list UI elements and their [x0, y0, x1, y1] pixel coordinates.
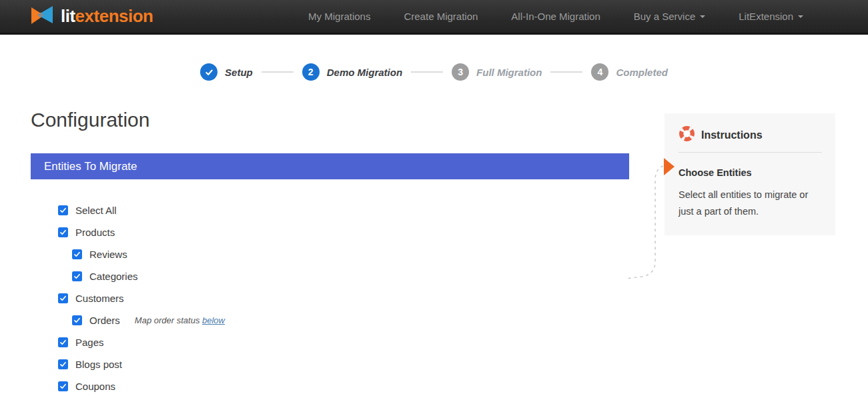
brand-wordmark: litextension: [61, 6, 153, 27]
step-demo-migration: 2 Demo Migration: [302, 63, 402, 81]
order-status-below-link[interactable]: below: [202, 315, 225, 325]
nav-menu: My Migrations Create Migration All-In-On…: [292, 0, 820, 33]
categories-checkbox[interactable]: [72, 271, 82, 281]
entity-label[interactable]: Categories: [89, 271, 138, 282]
instructions-title: Instructions: [701, 129, 763, 141]
pointer-arrow-icon: [664, 158, 675, 175]
entity-label[interactable]: Blogs post: [75, 359, 122, 370]
entity-label[interactable]: Pages: [75, 337, 104, 348]
step-completed: 4 Completed: [591, 63, 668, 81]
customers-checkbox[interactable]: [58, 293, 68, 303]
entity-row-orders: Orders Map order status below: [58, 309, 225, 331]
entity-label[interactable]: Orders: [89, 315, 120, 326]
page: litextension My Migrations Create Migrat…: [0, 0, 868, 414]
entity-label[interactable]: Reviews: [89, 249, 127, 260]
step-label: Full Migration: [476, 67, 542, 78]
step-label: Completed: [616, 67, 668, 78]
step-connector-line: [262, 71, 294, 73]
litextension-logo[interactable]: litextension: [29, 5, 153, 29]
instructions-panel: Instructions Choose Entities Select all …: [665, 113, 835, 235]
page-title: Configuration: [31, 109, 149, 131]
nav-item-buy-a-service[interactable]: Buy a Service: [617, 0, 723, 33]
progress-stepper: Setup 2 Demo Migration 3 Full Migration …: [0, 63, 868, 81]
step-setup: Setup: [200, 63, 253, 81]
select-all-checkbox[interactable]: [58, 205, 68, 215]
check-icon: [59, 295, 67, 302]
entity-row-select-all: Select All: [58, 199, 225, 221]
order-status-note: Map order status below: [135, 315, 225, 325]
entity-label[interactable]: Products: [75, 227, 115, 238]
products-checkbox[interactable]: [58, 227, 68, 237]
step-full-migration: 3 Full Migration: [452, 63, 542, 81]
nav-item-create-migration[interactable]: Create Migration: [387, 0, 494, 33]
entity-row-products: Products: [58, 221, 225, 243]
step-done-circle: [200, 63, 218, 81]
entities-list: Select All Products Reviews Categories C…: [58, 199, 225, 397]
blogs-post-checkbox[interactable]: [58, 359, 68, 369]
entity-row-categories: Categories: [58, 265, 225, 287]
step-label: Demo Migration: [327, 67, 402, 78]
orders-checkbox[interactable]: [72, 315, 82, 325]
instructions-header: Instructions: [679, 125, 822, 145]
entity-label[interactable]: Coupons: [75, 381, 115, 392]
check-icon: [59, 361, 67, 368]
nav-item-litextension[interactable]: LitExtension: [722, 0, 820, 33]
reviews-checkbox[interactable]: [72, 249, 82, 259]
step-number-circle: 3: [452, 63, 469, 81]
lifebuoy-icon: [679, 125, 695, 145]
check-icon: [59, 339, 67, 346]
caret-down-icon: [700, 15, 705, 18]
top-navbar: litextension My Migrations Create Migrat…: [0, 0, 868, 35]
entities-section-header: Entities To Migrate: [31, 153, 629, 179]
step-connector-line: [411, 71, 443, 73]
check-icon: [59, 383, 67, 390]
entity-label[interactable]: Customers: [75, 293, 124, 304]
step-connector-line: [550, 71, 582, 73]
instructions-heading: Choose Entities: [679, 167, 822, 178]
instructions-body: Select all entities to migrate or just a…: [679, 187, 822, 220]
entity-row-coupons: Coupons: [58, 375, 225, 397]
entity-label[interactable]: Select All: [75, 205, 117, 216]
coupons-checkbox[interactable]: [58, 381, 68, 391]
check-icon: [73, 251, 81, 258]
litextension-logo-icon: [29, 5, 55, 29]
entity-row-customers: Customers: [58, 287, 225, 309]
nav-item-my-migrations[interactable]: My Migrations: [292, 0, 387, 33]
step-label: Setup: [225, 67, 253, 78]
entity-row-pages: Pages: [58, 331, 225, 353]
caret-down-icon: [798, 15, 803, 18]
divider: [679, 152, 822, 153]
check-icon: [204, 67, 214, 77]
step-number-circle: 4: [591, 63, 608, 81]
check-icon: [73, 273, 81, 280]
step-number-circle: 2: [302, 63, 320, 81]
section-header-label: Entities To Migrate: [44, 160, 137, 173]
check-icon: [59, 207, 67, 214]
nav-item-all-in-one-migration[interactable]: All-In-One Migration: [494, 0, 616, 33]
check-icon: [59, 229, 67, 236]
pages-checkbox[interactable]: [58, 337, 68, 347]
check-icon: [73, 317, 81, 324]
entity-row-blogs-post: Blogs post: [58, 353, 225, 375]
entity-row-reviews: Reviews: [58, 243, 225, 265]
